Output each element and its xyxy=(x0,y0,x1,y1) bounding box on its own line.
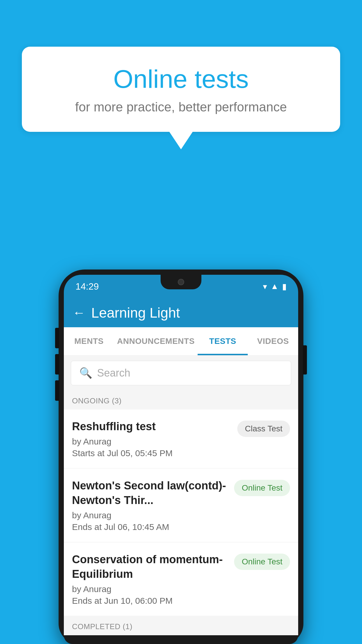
search-container: 🔍 Search xyxy=(64,356,298,391)
wifi-icon: ▾ xyxy=(263,282,267,291)
volume-down-button xyxy=(55,354,59,374)
phone-device: 14:29 ▾ ▲ ▮ ← Learning Light MENTS xyxy=(59,270,303,644)
tab-announcements[interactable]: ANNOUNCEMENTS xyxy=(114,327,198,355)
phone-frame: 14:29 ▾ ▲ ▮ ← Learning Light MENTS xyxy=(59,270,303,644)
tab-tests[interactable]: TESTS xyxy=(198,327,248,355)
test-card-newtons[interactable]: Newton's Second law(contd)-Newton's Thir… xyxy=(64,469,298,542)
test-card-reshuffling-author: by Anurag xyxy=(72,437,231,447)
app-header: ← Learning Light xyxy=(64,298,298,327)
promo-section: Online tests for more practice, better p… xyxy=(22,47,340,149)
search-icon: 🔍 xyxy=(79,367,92,379)
test-card-reshuffling-date: Starts at Jul 05, 05:45 PM xyxy=(72,448,231,458)
test-card-reshuffling-title: Reshuffling test xyxy=(72,419,231,434)
promo-title: Online tests xyxy=(45,64,317,94)
test-card-conservation-author: by Anurag xyxy=(72,584,228,594)
test-card-newtons-author: by Anurag xyxy=(72,510,228,520)
signal-icon: ▲ xyxy=(270,282,279,291)
search-bar[interactable]: 🔍 Search xyxy=(71,361,291,385)
test-card-newtons-info: Newton's Second law(contd)-Newton's Thir… xyxy=(72,479,234,532)
tab-ments[interactable]: MENTS xyxy=(64,327,114,355)
tabs-bar: MENTS ANNOUNCEMENTS TESTS VIDEOS xyxy=(64,327,298,356)
test-card-newtons-date: Ends at Jul 06, 10:45 AM xyxy=(72,522,228,532)
volume-up-button xyxy=(55,328,59,348)
app-title: Learning Light xyxy=(91,305,180,321)
test-card-conservation-title: Conservation of momentum-Equilibrium xyxy=(72,552,228,581)
back-button[interactable]: ← xyxy=(73,306,85,319)
tab-videos[interactable]: VIDEOS xyxy=(248,327,298,355)
ongoing-section-header: ONGOING (3) xyxy=(64,391,298,410)
power-button xyxy=(303,345,307,374)
completed-section-header: COMPLETED (1) xyxy=(64,616,298,635)
content-area: ONGOING (3) Reshuffling test by Anurag S… xyxy=(64,391,298,635)
test-card-reshuffling-badge: Class Test xyxy=(237,421,290,437)
test-card-newtons-title: Newton's Second law(contd)-Newton's Thir… xyxy=(72,479,228,508)
test-card-conservation-date: Ends at Jun 10, 06:00 PM xyxy=(72,596,228,606)
silent-button xyxy=(55,380,59,401)
test-card-reshuffling-info: Reshuffling test by Anurag Starts at Jul… xyxy=(72,419,237,458)
speech-bubble-arrow xyxy=(169,132,193,149)
battery-icon: ▮ xyxy=(282,282,287,291)
status-icons: ▾ ▲ ▮ xyxy=(263,282,287,291)
promo-subtitle: for more practice, better performance xyxy=(45,100,317,114)
test-card-conservation-info: Conservation of momentum-Equilibrium by … xyxy=(72,552,234,606)
status-bar: 14:29 ▾ ▲ ▮ xyxy=(64,275,298,298)
front-camera xyxy=(178,279,184,285)
phone-notch xyxy=(161,275,201,289)
search-placeholder: Search xyxy=(97,367,130,379)
test-card-newtons-badge: Online Test xyxy=(234,480,290,496)
test-card-conservation-badge: Online Test xyxy=(234,554,290,570)
test-card-reshuffling[interactable]: Reshuffling test by Anurag Starts at Jul… xyxy=(64,410,298,468)
test-card-conservation[interactable]: Conservation of momentum-Equilibrium by … xyxy=(64,542,298,616)
status-time: 14:29 xyxy=(75,281,99,292)
speech-bubble: Online tests for more practice, better p… xyxy=(22,47,340,132)
phone-bottom-edge xyxy=(64,635,298,644)
app-screen: ← Learning Light MENTS ANNOUNCEMENTS TES… xyxy=(64,298,298,635)
